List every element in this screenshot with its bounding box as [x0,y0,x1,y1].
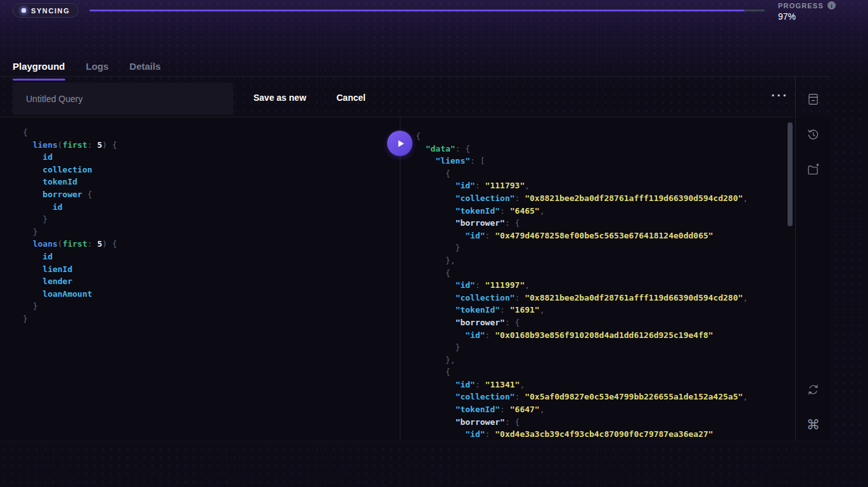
code-line: id [23,250,117,263]
rail-divider [795,77,796,441]
code-line: id [23,201,117,214]
code-line: }, [416,354,748,367]
code-line: collection [23,164,117,176]
code-line: liens(first: 5) { [23,139,117,152]
code-line: "id": "111997", [416,279,748,292]
code-line: } [23,213,117,226]
code-line: tokenId [23,176,117,188]
code-line: }, [416,254,748,267]
code-line: loans(first: 5) { [23,238,117,250]
play-icon [396,139,405,148]
history-icon[interactable] [806,127,820,142]
code-line: { [416,366,748,379]
query-results: { "data": { "liens": [ { "id": "111793",… [416,130,748,441]
refresh-icon[interactable] [806,382,820,397]
code-line: } [416,341,748,354]
code-line: id [23,151,117,164]
code-line: loanAmount [23,288,117,301]
code-line: "id": "111793", [416,179,748,192]
code-line: } [416,242,748,254]
saved-queries-icon[interactable] [806,92,820,107]
code-line: { [416,267,748,280]
cancel-button[interactable]: Cancel [336,93,366,103]
progress-fill [89,10,744,11]
tab-logs[interactable]: Logs [86,61,109,81]
code-line: "liens": [ [416,155,748,167]
sync-status-label: SYNCING [31,7,70,15]
info-icon[interactable]: i [827,1,836,10]
query-name-input[interactable] [13,82,233,115]
command-glyph: ⌘ [807,417,820,432]
code-line: { [23,126,117,139]
code-line: lienId [23,263,117,276]
keyboard-shortcuts-icon[interactable]: ⌘ [806,417,820,432]
code-line: "collection": "0x8821bee2ba0df28761afff1… [416,292,748,304]
progress-label: PROGRESS [778,2,824,10]
code-line: } [23,226,117,238]
main-tabs: Playground Logs Details [13,61,161,81]
save-as-new-button[interactable]: Save as new [253,93,306,103]
tab-details[interactable]: Details [129,61,160,81]
code-line: } [23,313,117,325]
tab-playground[interactable]: Playground [13,61,65,81]
code-line: "borrower": { [416,217,748,230]
code-line: { [416,130,748,143]
progress-percent-value: 97% [778,11,836,22]
code-line: lender [23,275,117,288]
code-line: "collection": "0x5af0d9827e0c53e4799bb22… [416,391,748,403]
progress-info: PROGRESS i 97% [778,1,836,22]
more-options-icon[interactable]: ··· [767,89,792,102]
run-query-button[interactable] [387,131,412,156]
code-line: "borrower": { [416,416,748,429]
code-line: } [23,300,117,313]
code-line: "id": "0xd4e3a3cb39c4f93cb4c87090f0c7978… [416,428,748,441]
playground-workspace: { liens(first: 5) { id collection tokenI… [0,117,830,441]
subgraph-playground-screen: SYNCING PROGRESS i 97% Playground Logs D… [0,0,868,487]
code-line: "id": "11341", [416,379,748,391]
pane-divider[interactable] [400,117,400,441]
code-line: "id": "0x0168b93e856f910208d4ad1dd6126d9… [416,329,748,342]
code-line: "tokenId": "1691", [416,304,748,316]
tabs-divider [0,76,830,77]
code-line: "id": "0x479d4678258ef00be5c5653e6764181… [416,230,748,242]
results-scrollbar[interactable] [788,122,793,226]
code-line: "tokenId": "6465", [416,205,748,218]
sync-progress-bar [89,10,765,11]
code-line: "collection": "0x8821bee2ba0df28761afff1… [416,192,748,205]
status-dot-icon [22,8,26,13]
code-line: "borrower": { [416,316,748,329]
new-collection-icon[interactable] [806,162,820,177]
code-line: borrower { [23,188,117,201]
code-line: "tokenId": "6647", [416,403,748,416]
code-line: { [416,167,748,180]
code-line: "data": { [416,143,748,155]
sync-status-badge: SYNCING [13,3,79,18]
query-editor[interactable]: { liens(first: 5) { id collection tokenI… [23,126,117,325]
